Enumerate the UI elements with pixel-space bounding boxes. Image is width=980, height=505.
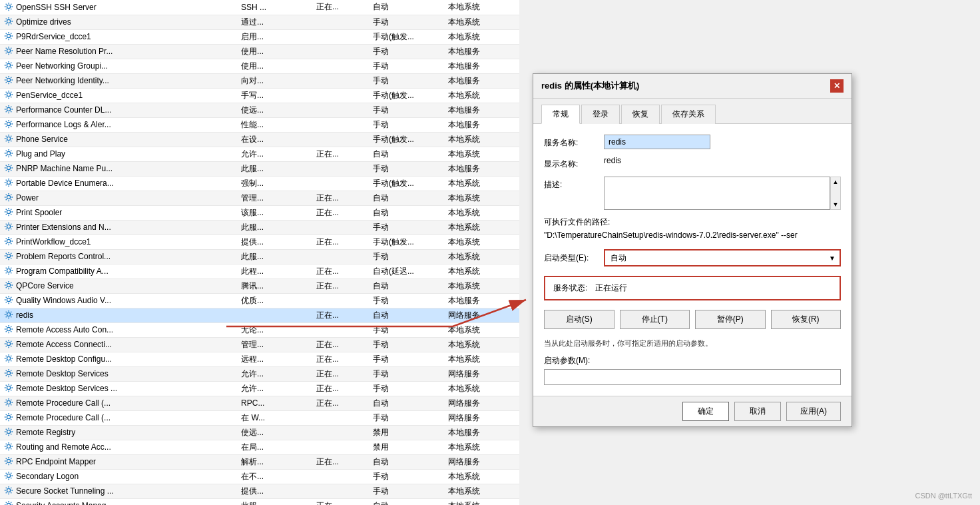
table-row[interactable]: Portable Device Enumera... 强制... 手动(触发..… bbox=[0, 176, 519, 191]
table-row[interactable]: Print Spooler 该服... 正在... 自动 本地系统 bbox=[0, 205, 519, 220]
service-login: 本地系统 bbox=[444, 440, 519, 454]
service-desc: 启用... bbox=[237, 29, 312, 44]
service-status: 正在... bbox=[312, 498, 369, 505]
svg-point-14 bbox=[7, 210, 10, 213]
table-row[interactable]: Remote Desktop Services ... 允许... 正在... … bbox=[0, 381, 519, 396]
start-button[interactable]: 启动(S) bbox=[544, 310, 614, 329]
gear-icon bbox=[4, 354, 13, 363]
svg-point-18 bbox=[7, 268, 10, 272]
table-row[interactable]: Program Compatibility A... 此程... 正在... 自… bbox=[0, 264, 519, 278]
startup-type-select[interactable]: 自动 自动(延迟启动) 手动 禁用 bbox=[604, 249, 841, 266]
service-startup: 手动(触发... bbox=[369, 29, 444, 44]
table-row[interactable]: Printer Extensions and N... 此服... 手动 本地系… bbox=[0, 220, 519, 235]
table-row[interactable]: Remote Registry 使远... 禁用 本地服务 bbox=[0, 425, 519, 440]
service-desc: 使用... bbox=[237, 59, 312, 73]
gear-icon bbox=[4, 163, 13, 173]
service-status: 正在... bbox=[312, 191, 369, 205]
table-row[interactable]: Optimize drives 通过... 手动 本地系统 bbox=[0, 15, 519, 29]
table-row[interactable]: Plug and Play 允许... 正在... 自动 本地系统 bbox=[0, 147, 519, 161]
svg-point-7 bbox=[7, 107, 10, 111]
table-row[interactable]: RPC Endpoint Mapper 解析... 正在... 自动 网络服务 bbox=[0, 454, 519, 469]
watermark: CSDN @ttLTXGtt bbox=[915, 492, 972, 500]
service-login: 本地系统 bbox=[444, 235, 519, 249]
resume-button[interactable]: 恢复(R) bbox=[771, 310, 842, 329]
table-row[interactable]: Phone Service 在设... 手动(触发... 本地系统 bbox=[0, 132, 519, 147]
scrollbar[interactable]: ▲ ▼ bbox=[830, 177, 841, 210]
table-row[interactable]: Problem Reports Control... 此服... 手动 本地系统 bbox=[0, 249, 519, 264]
tab-recovery[interactable]: 恢复 bbox=[621, 105, 660, 124]
table-row[interactable]: Routing and Remote Acc... 在局... 禁用 本地系统 bbox=[0, 440, 519, 454]
service-status bbox=[312, 44, 369, 59]
service-name: Remote Access Auto Con... bbox=[16, 325, 113, 334]
service-startup: 自动 bbox=[369, 498, 444, 505]
service-status: 正在... bbox=[312, 381, 369, 396]
table-row[interactable]: PenService_dcce1 手写... 手动(触发... 本地系统 bbox=[0, 88, 519, 103]
service-login: 本地系统 bbox=[444, 147, 519, 161]
stop-button[interactable]: 停止(T) bbox=[620, 310, 690, 329]
description-textarea[interactable] bbox=[604, 177, 830, 210]
table-row[interactable]: QPCore Service 腾讯... 正在... 自动 本地系统 bbox=[0, 278, 519, 293]
service-desc: 在局... bbox=[237, 440, 312, 454]
table-row[interactable]: Remote Access Connecti... 管理... 正在... 手动… bbox=[0, 337, 519, 352]
table-row[interactable]: Secure Socket Tunneling ... 提供... 手动 本地系… bbox=[0, 484, 519, 498]
svg-point-13 bbox=[7, 195, 10, 199]
table-row[interactable]: redis 正在... 自动 网络服务 bbox=[0, 308, 519, 322]
table-row[interactable]: Performance Logs & Aler... 性能... 手动 本地服务 bbox=[0, 117, 519, 132]
service-name-input[interactable] bbox=[604, 135, 710, 149]
table-row[interactable]: Remote Desktop Configu... 远程... 正在... 手动… bbox=[0, 352, 519, 366]
gear-icon bbox=[4, 324, 13, 334]
tab-login[interactable]: 登录 bbox=[581, 105, 620, 124]
table-row[interactable]: Power 管理... 正在... 自动 本地系统 bbox=[0, 191, 519, 205]
service-desc: RPC... bbox=[237, 396, 312, 410]
table-row[interactable]: Peer Networking Groupi... 使用... 手动 本地服务 bbox=[0, 59, 519, 73]
service-status: 正在... bbox=[312, 264, 369, 278]
service-startup: 手动(触发... bbox=[369, 176, 444, 191]
redis-properties-dialog[interactable]: redis 的属性(本地计算机) ✕ 常规 登录 恢复 依存关系 服务名称: 显… bbox=[533, 73, 852, 427]
service-status bbox=[312, 15, 369, 29]
table-row[interactable]: Secondary Logon 在不... 手动 本地系统 bbox=[0, 469, 519, 484]
startup-select-wrapper: 自动 自动(延迟启动) 手动 禁用 ▼ bbox=[604, 249, 841, 266]
service-name: Routing and Remote Acc... bbox=[16, 442, 111, 452]
startup-param-input[interactable] bbox=[544, 369, 841, 385]
table-row[interactable]: Remote Procedure Call (... RPC... 正在... … bbox=[0, 396, 519, 410]
pause-button[interactable]: 暂停(P) bbox=[695, 310, 766, 329]
service-name: Remote Desktop Services bbox=[16, 369, 109, 378]
service-desc: 管理... bbox=[237, 337, 312, 352]
service-desc: 腾讯... bbox=[237, 278, 312, 293]
gear-icon bbox=[4, 266, 13, 275]
table-row[interactable]: Remote Procedure Call (... 在 W... 手动 网络服… bbox=[0, 410, 519, 425]
table-row[interactable]: PrintWorkflow_dcce1 提供... 正在... 手动(触发...… bbox=[0, 235, 519, 249]
svg-point-15 bbox=[7, 225, 10, 228]
table-row[interactable]: Peer Name Resolution Pr... 使用... 手动 本地服务 bbox=[0, 44, 519, 59]
gear-icon bbox=[4, 31, 13, 41]
table-row[interactable]: Remote Access Auto Con... 无论... 手动 本地系统 bbox=[0, 322, 519, 337]
service-desc: 在设... bbox=[237, 132, 312, 147]
gear-icon bbox=[4, 486, 13, 495]
service-status bbox=[312, 410, 369, 425]
gear-icon bbox=[4, 456, 13, 466]
close-button[interactable]: ✕ bbox=[830, 79, 844, 93]
table-row[interactable]: Performance Counter DL... 使远... 手动 本地服务 bbox=[0, 103, 519, 117]
table-row[interactable]: Remote Desktop Services 允许... 正在... 手动 网… bbox=[0, 366, 519, 381]
table-row[interactable]: Security Accounts Manag... 此服... 正在... 自… bbox=[0, 498, 519, 505]
ok-button[interactable]: 确定 bbox=[682, 402, 729, 421]
dialog-titlebar: redis 的属性(本地计算机) ✕ bbox=[533, 74, 852, 99]
service-startup: 手动 bbox=[369, 117, 444, 132]
table-row[interactable]: P9RdrService_dcce1 启用... 手动(触发... 本地系统 bbox=[0, 29, 519, 44]
table-row[interactable]: Peer Networking Identity... 向对... 手动 本地服… bbox=[0, 73, 519, 88]
table-row[interactable]: PNRP Machine Name Pu... 此服... 手动 本地服务 bbox=[0, 161, 519, 176]
apply-button[interactable]: 应用(A) bbox=[786, 402, 841, 421]
gear-icon bbox=[4, 280, 13, 290]
gear-icon bbox=[4, 442, 13, 451]
service-login: 本地系统 bbox=[444, 220, 519, 235]
hint-text: 当从此处启动服务时，你可指定所适用的启动参数。 bbox=[544, 338, 841, 348]
tab-general[interactable]: 常规 bbox=[541, 105, 580, 124]
tab-dependencies[interactable]: 依存关系 bbox=[661, 105, 716, 124]
service-status bbox=[312, 59, 369, 73]
cancel-button[interactable]: 取消 bbox=[734, 402, 781, 421]
service-login: 本地系统 bbox=[444, 191, 519, 205]
service-login: 本地系统 bbox=[444, 484, 519, 498]
table-row[interactable]: OpenSSH SSH Server SSH ... 正在... 自动 本地系统 bbox=[0, 0, 519, 15]
table-row[interactable]: Quality Windows Audio V... 优质... 手动 本地服务 bbox=[0, 293, 519, 308]
gear-icon bbox=[4, 119, 13, 129]
